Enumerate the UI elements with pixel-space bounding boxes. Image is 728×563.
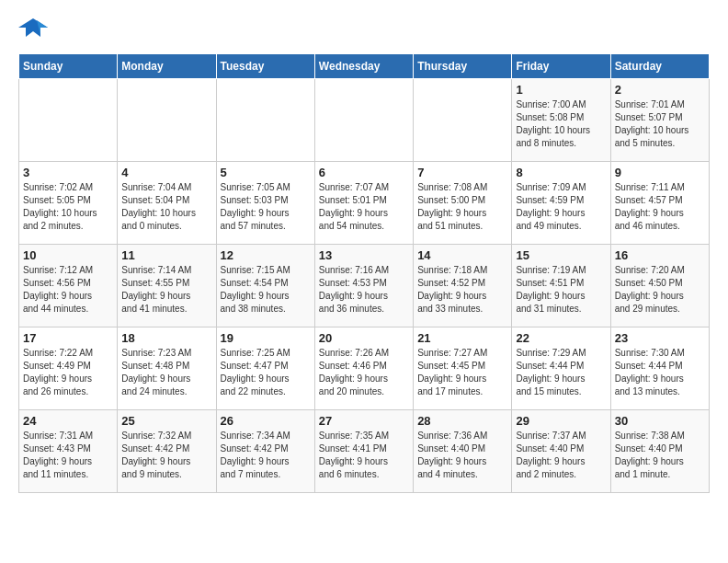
calendar-cell: 29Sunrise: 7:37 AM Sunset: 4:40 PM Dayli… (512, 410, 610, 493)
day-info: Sunrise: 7:37 AM Sunset: 4:40 PM Dayligh… (516, 430, 606, 481)
calendar-cell: 28Sunrise: 7:36 AM Sunset: 4:40 PM Dayli… (414, 410, 512, 493)
day-number: 22 (516, 331, 606, 345)
page-header (18, 18, 710, 44)
day-info: Sunrise: 7:27 AM Sunset: 4:45 PM Dayligh… (417, 347, 507, 398)
day-number: 13 (319, 248, 409, 262)
day-info: Sunrise: 7:36 AM Sunset: 4:40 PM Dayligh… (417, 430, 507, 481)
day-number: 25 (121, 414, 211, 428)
day-number: 16 (615, 248, 705, 262)
calendar-cell: 25Sunrise: 7:32 AM Sunset: 4:42 PM Dayli… (118, 410, 216, 493)
day-info: Sunrise: 7:35 AM Sunset: 4:41 PM Dayligh… (319, 430, 409, 481)
calendar-cell: 11Sunrise: 7:14 AM Sunset: 4:55 PM Dayli… (118, 245, 216, 327)
day-info: Sunrise: 7:12 AM Sunset: 4:56 PM Dayligh… (23, 264, 113, 316)
day-number: 26 (221, 414, 311, 428)
column-header-sunday: Sunday (19, 54, 118, 79)
calendar-cell: 30Sunrise: 7:38 AM Sunset: 4:40 PM Dayli… (610, 410, 709, 493)
calendar-cell: 16Sunrise: 7:20 AM Sunset: 4:50 PM Dayli… (610, 245, 709, 327)
day-number: 28 (417, 414, 507, 428)
day-number: 14 (417, 248, 507, 262)
day-info: Sunrise: 7:08 AM Sunset: 5:00 PM Dayligh… (417, 181, 507, 233)
day-info: Sunrise: 7:23 AM Sunset: 4:48 PM Dayligh… (121, 347, 211, 398)
day-number: 7 (417, 166, 507, 179)
day-info: Sunrise: 7:15 AM Sunset: 4:54 PM Dayligh… (221, 264, 311, 316)
day-info: Sunrise: 7:14 AM Sunset: 4:55 PM Dayligh… (121, 264, 211, 316)
calendar-cell: 3Sunrise: 7:02 AM Sunset: 5:05 PM Daylig… (19, 162, 118, 245)
calendar-cell: 20Sunrise: 7:26 AM Sunset: 4:46 PM Dayli… (314, 327, 413, 410)
logo (18, 18, 51, 44)
day-number: 1 (516, 83, 606, 97)
column-header-saturday: Saturday (610, 54, 709, 79)
day-number: 29 (516, 414, 606, 428)
day-info: Sunrise: 7:30 AM Sunset: 4:44 PM Dayligh… (615, 347, 705, 398)
logo-bird-icon (18, 18, 48, 44)
day-info: Sunrise: 7:09 AM Sunset: 4:59 PM Dayligh… (516, 181, 606, 233)
calendar-cell: 12Sunrise: 7:15 AM Sunset: 4:54 PM Dayli… (216, 245, 314, 327)
calendar-cell: 18Sunrise: 7:23 AM Sunset: 4:48 PM Dayli… (118, 327, 216, 410)
day-info: Sunrise: 7:00 AM Sunset: 5:08 PM Dayligh… (516, 98, 606, 150)
calendar-cell (19, 79, 118, 162)
day-info: Sunrise: 7:29 AM Sunset: 4:44 PM Dayligh… (516, 347, 606, 398)
day-number: 15 (516, 248, 606, 262)
calendar-week-1: 1Sunrise: 7:00 AM Sunset: 5:08 PM Daylig… (19, 79, 710, 162)
calendar-cell: 2Sunrise: 7:01 AM Sunset: 5:07 PM Daylig… (610, 79, 709, 162)
calendar-cell: 10Sunrise: 7:12 AM Sunset: 4:56 PM Dayli… (19, 245, 118, 327)
calendar-cell: 13Sunrise: 7:16 AM Sunset: 4:53 PM Dayli… (314, 245, 413, 327)
day-number: 30 (615, 414, 705, 428)
calendar-cell: 23Sunrise: 7:30 AM Sunset: 4:44 PM Dayli… (610, 327, 709, 410)
calendar-table: SundayMondayTuesdayWednesdayThursdayFrid… (18, 53, 710, 493)
day-info: Sunrise: 7:19 AM Sunset: 4:51 PM Dayligh… (516, 264, 606, 316)
column-header-wednesday: Wednesday (314, 54, 413, 79)
day-number: 17 (23, 331, 113, 345)
day-info: Sunrise: 7:04 AM Sunset: 5:04 PM Dayligh… (121, 181, 211, 233)
day-info: Sunrise: 7:01 AM Sunset: 5:07 PM Dayligh… (615, 98, 705, 150)
calendar-week-2: 3Sunrise: 7:02 AM Sunset: 5:05 PM Daylig… (19, 162, 710, 245)
day-info: Sunrise: 7:34 AM Sunset: 4:42 PM Dayligh… (221, 430, 311, 481)
calendar-cell: 9Sunrise: 7:11 AM Sunset: 4:57 PM Daylig… (610, 162, 709, 245)
calendar-cell: 14Sunrise: 7:18 AM Sunset: 4:52 PM Dayli… (414, 245, 512, 327)
calendar-cell: 7Sunrise: 7:08 AM Sunset: 5:00 PM Daylig… (414, 162, 512, 245)
day-info: Sunrise: 7:22 AM Sunset: 4:49 PM Dayligh… (23, 347, 113, 398)
day-number: 10 (23, 248, 113, 262)
day-number: 9 (615, 166, 705, 179)
calendar-cell (118, 79, 216, 162)
calendar-cell: 22Sunrise: 7:29 AM Sunset: 4:44 PM Dayli… (512, 327, 610, 410)
day-number: 27 (319, 414, 409, 428)
day-number: 23 (615, 331, 705, 345)
day-number: 11 (121, 248, 211, 262)
day-info: Sunrise: 7:07 AM Sunset: 5:01 PM Dayligh… (319, 181, 409, 233)
day-info: Sunrise: 7:26 AM Sunset: 4:46 PM Dayligh… (319, 347, 409, 398)
calendar-week-3: 10Sunrise: 7:12 AM Sunset: 4:56 PM Dayli… (19, 245, 710, 327)
calendar-cell: 8Sunrise: 7:09 AM Sunset: 4:59 PM Daylig… (512, 162, 610, 245)
day-number: 19 (221, 331, 311, 345)
day-number: 12 (221, 248, 311, 262)
day-number: 6 (319, 166, 409, 179)
calendar-cell (216, 79, 314, 162)
day-number: 24 (23, 414, 113, 428)
column-header-tuesday: Tuesday (216, 54, 314, 79)
calendar-week-4: 17Sunrise: 7:22 AM Sunset: 4:49 PM Dayli… (19, 327, 710, 410)
day-info: Sunrise: 7:38 AM Sunset: 4:40 PM Dayligh… (615, 430, 705, 481)
calendar-cell: 5Sunrise: 7:05 AM Sunset: 5:03 PM Daylig… (216, 162, 314, 245)
calendar-week-5: 24Sunrise: 7:31 AM Sunset: 4:43 PM Dayli… (19, 410, 710, 493)
column-header-friday: Friday (512, 54, 610, 79)
day-info: Sunrise: 7:25 AM Sunset: 4:47 PM Dayligh… (221, 347, 311, 398)
calendar-cell: 6Sunrise: 7:07 AM Sunset: 5:01 PM Daylig… (314, 162, 413, 245)
calendar-cell: 26Sunrise: 7:34 AM Sunset: 4:42 PM Dayli… (216, 410, 314, 493)
day-info: Sunrise: 7:16 AM Sunset: 4:53 PM Dayligh… (319, 264, 409, 316)
day-number: 8 (516, 166, 606, 179)
calendar-cell (314, 79, 413, 162)
day-info: Sunrise: 7:11 AM Sunset: 4:57 PM Dayligh… (615, 181, 705, 233)
day-info: Sunrise: 7:31 AM Sunset: 4:43 PM Dayligh… (23, 430, 113, 481)
day-number: 5 (221, 166, 311, 179)
day-info: Sunrise: 7:02 AM Sunset: 5:05 PM Dayligh… (23, 181, 113, 233)
calendar-cell: 4Sunrise: 7:04 AM Sunset: 5:04 PM Daylig… (118, 162, 216, 245)
calendar-cell: 27Sunrise: 7:35 AM Sunset: 4:41 PM Dayli… (314, 410, 413, 493)
day-number: 18 (121, 331, 211, 345)
day-number: 3 (23, 166, 113, 179)
day-number: 20 (319, 331, 409, 345)
calendar-cell: 15Sunrise: 7:19 AM Sunset: 4:51 PM Dayli… (512, 245, 610, 327)
calendar-cell: 24Sunrise: 7:31 AM Sunset: 4:43 PM Dayli… (19, 410, 118, 493)
day-info: Sunrise: 7:18 AM Sunset: 4:52 PM Dayligh… (417, 264, 507, 316)
day-number: 2 (615, 83, 705, 97)
column-header-monday: Monday (118, 54, 216, 79)
